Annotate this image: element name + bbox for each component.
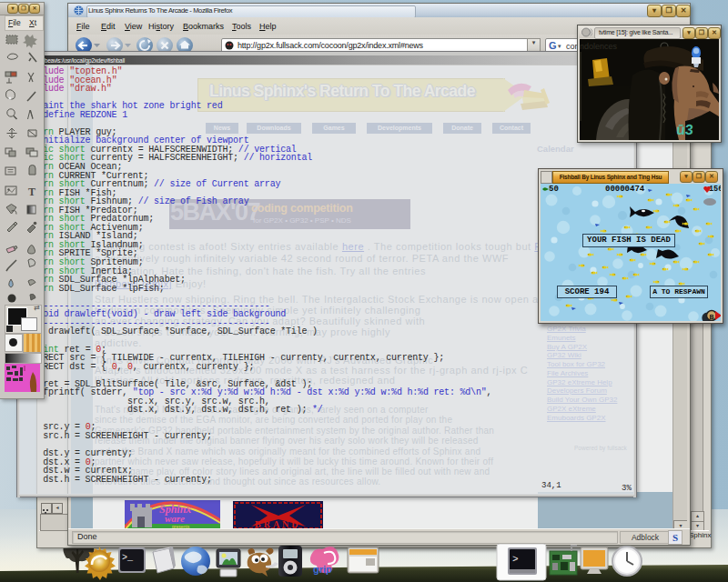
svg-text:ndolences: ndolences: [580, 42, 618, 51]
svg-text:>: >: [512, 554, 519, 565]
svg-text:>_: >_: [122, 553, 134, 563]
svg-text:ū3: ū3: [675, 122, 693, 137]
svg-text:T: T: [28, 186, 35, 198]
svg-text:grip: grip: [313, 564, 332, 575]
svg-text:ware: ware: [165, 513, 185, 524]
svg-text:B: B: [710, 314, 714, 320]
